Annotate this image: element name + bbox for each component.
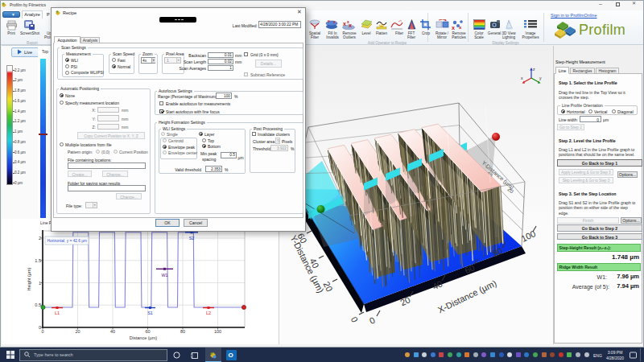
svg-text:x: x bbox=[343, 21, 346, 27]
svg-text:0: 0 bbox=[349, 315, 360, 324]
svg-text:x: x bbox=[347, 19, 349, 24]
svg-text:z: z bbox=[533, 67, 535, 72]
svg-text:X-Distance (µm): X-Distance (µm) bbox=[436, 278, 498, 315]
svg-text:W1: W1 bbox=[161, 273, 167, 278]
svg-text:60: 60 bbox=[145, 329, 150, 334]
svg-text:x: x bbox=[333, 19, 336, 24]
svg-text:Height (µm): Height (µm) bbox=[27, 267, 31, 290]
svg-text:L2: L2 bbox=[206, 311, 211, 315]
svg-text:0.5: 0.5 bbox=[35, 302, 41, 307]
svg-text:x: x bbox=[459, 25, 462, 30]
svg-text:1.5: 1.5 bbox=[35, 258, 41, 263]
svg-text:x: x bbox=[328, 19, 330, 23]
svg-text:S2: S2 bbox=[189, 236, 195, 241]
svg-text:0: 0 bbox=[41, 329, 43, 334]
svg-text:20: 20 bbox=[75, 329, 80, 334]
svg-text:L1: L1 bbox=[55, 311, 60, 315]
svg-text:x: x bbox=[521, 76, 523, 80]
svg-text:x: x bbox=[452, 25, 455, 30]
svg-text:y: y bbox=[539, 76, 542, 80]
svg-text:0: 0 bbox=[368, 315, 377, 326]
svg-text:100: 100 bbox=[214, 329, 221, 334]
svg-text:80: 80 bbox=[180, 329, 185, 334]
svg-text:Distance (µm): Distance (µm) bbox=[130, 335, 158, 340]
svg-text:S1: S1 bbox=[147, 311, 153, 315]
svg-text:Horizontal, y = 42.6 µm: Horizontal, y = 42.6 µm bbox=[47, 239, 88, 243]
svg-text:40: 40 bbox=[110, 329, 115, 334]
